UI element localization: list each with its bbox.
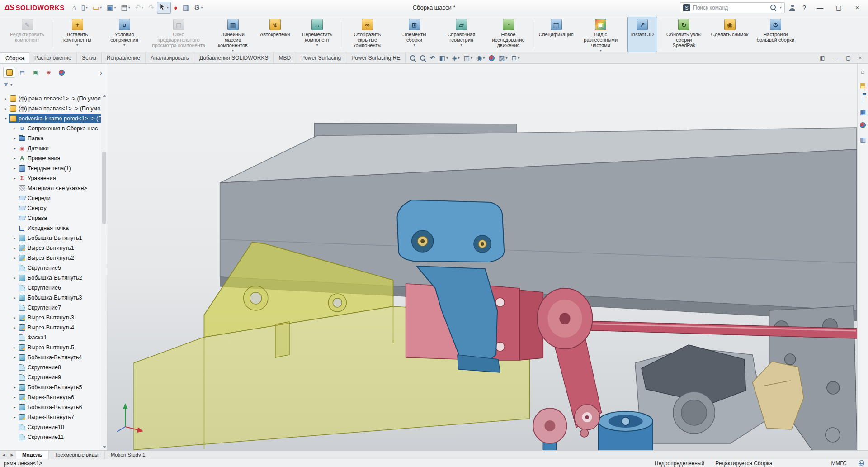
dropdown-caret-icon[interactable]: ▾: [483, 56, 485, 60]
tree-item-main[interactable]: ΣУравнения: [18, 174, 59, 183]
tree-item-main[interactable]: Бобышка-Вытянуть4: [18, 353, 85, 362]
reference-geometry-button[interactable]: ▱Справочная геометрия▾: [438, 17, 485, 52]
tree-expand-arrow-icon[interactable]: ▸: [12, 276, 18, 280]
assembly-features-button[interactable]: ⊞Элементы сборки▾: [391, 17, 438, 52]
tab-power-surfacing-re[interactable]: Power Surfacing RE: [346, 52, 406, 63]
tree-item[interactable]: ▸Бобышка-Вытянуть6: [0, 402, 107, 412]
instant-3d-button[interactable]: ↗Instant 3D: [627, 17, 657, 52]
tree-item-main[interactable]: Вырез-Вытянуть3: [18, 313, 77, 322]
zoom-area-button[interactable]: [419, 55, 427, 62]
move-component-button[interactable]: ↔Переместить компонент▾: [293, 17, 340, 52]
tree-item[interactable]: ▸Вырез-Вытянуть2: [0, 253, 107, 263]
dropdown-caret-icon[interactable]: ▾: [446, 56, 448, 60]
tree-item[interactable]: Справа: [0, 213, 107, 223]
file-explorer-button[interactable]: [863, 95, 863, 103]
take-snapshot-button[interactable]: ◉Сделать снимок: [708, 17, 752, 52]
tree-item-main[interactable]: Бобышка-Вытянуть6: [18, 403, 85, 412]
dropdown-caret-icon[interactable]: ▾: [471, 56, 472, 60]
tree-item-main[interactable]: Папка: [18, 134, 47, 143]
tree-item[interactable]: ▾podveska-k-rame pered<1> -> (П: [0, 114, 107, 124]
tree-expand-arrow-icon[interactable]: ▸: [3, 106, 9, 111]
tree-item-main[interactable]: Сверху: [18, 204, 50, 213]
mate-button[interactable]: ∪Условия сопряжения▾: [101, 17, 148, 52]
tree-item[interactable]: Скругление11: [0, 432, 107, 442]
section-view-button[interactable]: ◧▾: [439, 54, 449, 62]
design-library-button[interactable]: ▤: [860, 81, 866, 89]
previous-view-button[interactable]: ↶: [429, 54, 436, 62]
solidworks-resources-button[interactable]: ⌂: [861, 67, 864, 76]
custom-properties-button[interactable]: ▥: [860, 135, 866, 143]
tree-expand-arrow-icon[interactable]: ▸: [12, 295, 18, 300]
tree-item[interactable]: ▸Бобышка-Вытянуть2: [0, 273, 107, 283]
tree-expand-arrow-icon[interactable]: ▸: [12, 325, 18, 330]
tab-scroll-left-icon[interactable]: ◀: [0, 451, 8, 459]
restore-doc-button[interactable]: ▢: [845, 55, 852, 61]
filter-caret-icon[interactable]: ▾: [10, 83, 12, 87]
dropdown-caret-icon[interactable]: ▾: [506, 56, 508, 60]
tree-item[interactable]: Скругление10: [0, 422, 107, 432]
tree-expand-arrow-icon[interactable]: ▸: [12, 315, 18, 320]
tab-исправление[interactable]: Исправление: [102, 52, 146, 63]
tree-item[interactable]: Скругление8: [0, 362, 107, 372]
tab-эскиз[interactable]: Эскиз: [77, 52, 102, 63]
tree-item[interactable]: ▸Твердые тела(1): [0, 163, 107, 173]
apply-scene-button[interactable]: ▨▾: [498, 54, 508, 62]
dropdown-caret-icon[interactable]: ▾: [76, 43, 78, 47]
tree-item-main[interactable]: Вырез-Вытянуть1: [18, 243, 77, 253]
tree-item-main[interactable]: Вырез-Вытянуть4: [18, 323, 77, 332]
tree-item[interactable]: Скругление9: [0, 372, 107, 382]
xpress-products-button[interactable]: ●: [171, 2, 180, 14]
tree-item-main[interactable]: Вырез-Вытянуть2: [18, 253, 77, 262]
tab-scroll-right-icon[interactable]: ▶: [8, 451, 16, 459]
tree-item[interactable]: ▸Вырез-Вытянуть7: [0, 412, 107, 422]
redo-button[interactable]: ↷: [146, 2, 156, 14]
tree-scrollbar[interactable]: [101, 93, 107, 450]
hide-show-items-button[interactable]: ◉▾: [476, 54, 486, 62]
search-input[interactable]: [693, 5, 768, 11]
dropdown-caret-icon[interactable]: ▾: [460, 43, 462, 47]
tree-item-main[interactable]: Скругление8: [18, 363, 64, 372]
tree-item[interactable]: Скругление7: [0, 303, 107, 313]
tree-item-main[interactable]: Бобышка-Вытянуть2: [18, 273, 85, 282]
file-properties-button[interactable]: ▥: [180, 2, 191, 14]
tree-item[interactable]: ▸Бобышка-Вытянуть5: [0, 382, 107, 392]
tree-item-main[interactable]: Фаска1: [18, 333, 50, 342]
scroll-up-icon[interactable]: [103, 95, 106, 97]
tree-item[interactable]: ▸◉Датчики: [0, 143, 107, 153]
minimize-doc-button[interactable]: —: [832, 55, 839, 61]
appearances-scenes-button[interactable]: [860, 122, 866, 130]
displaymanager-tab[interactable]: [56, 67, 68, 78]
status-units[interactable]: ММГС: [831, 460, 847, 467]
tree-item[interactable]: ▸∪Сопряжения в Сборка шас: [0, 124, 107, 133]
model-view[interactable]: [107, 64, 857, 450]
dropdown-caret-icon[interactable]: ▾: [316, 43, 318, 47]
command-search[interactable]: S ▾: [680, 2, 785, 13]
tree-item-main[interactable]: ◉Датчики: [18, 144, 52, 153]
linear-component-pattern-button[interactable]: ▦Линейный массив компонентов▾: [209, 17, 256, 52]
tree-expand-arrow-icon[interactable]: ▾: [3, 116, 9, 121]
configurationmanager-tab[interactable]: ▣: [29, 67, 42, 78]
close-window-button[interactable]: ×: [850, 2, 864, 14]
tree-item[interactable]: ▸Бобышка-Вытянуть3: [0, 293, 107, 303]
dropdown-caret-icon[interactable]: ▾: [201, 5, 203, 10]
smart-fasteners-button[interactable]: ↯Автокрепежи: [256, 17, 293, 52]
tree-item-main[interactable]: (ф) рама левая<1> -> (По умол: [9, 94, 104, 103]
restore-window-button[interactable]: ▢: [831, 2, 846, 14]
tree-item-main[interactable]: Скругление6: [18, 283, 64, 292]
expand-panel-icon[interactable]: ›: [98, 69, 104, 76]
graphics-area[interactable]: [107, 64, 857, 450]
tree-item-main[interactable]: Бобышка-Вытянуть5: [18, 383, 85, 392]
tree-item[interactable]: Материал <не указан>: [0, 183, 107, 193]
tree-expand-arrow-icon[interactable]: ▸: [12, 405, 18, 410]
tree-item[interactable]: Исходная точка: [0, 223, 107, 233]
display-style-button[interactable]: ◫▾: [463, 54, 473, 62]
scrollbar-thumb[interactable]: [102, 152, 106, 224]
tree-item[interactable]: ▸Бобышка-Вытянуть1: [0, 233, 107, 243]
tree-expand-arrow-icon[interactable]: ▸: [3, 96, 9, 101]
dropdown-caret-icon[interactable]: ▾: [518, 56, 519, 60]
tree-item-main[interactable]: Вырез-Вытянуть7: [18, 413, 77, 422]
bottom-tab-модель[interactable]: Модель: [16, 451, 49, 459]
tree-item[interactable]: Фаска1: [0, 333, 107, 343]
dropdown-caret-icon[interactable]: ▾: [123, 43, 125, 47]
bill-of-materials-button[interactable]: ▤Спецификация: [535, 17, 577, 52]
